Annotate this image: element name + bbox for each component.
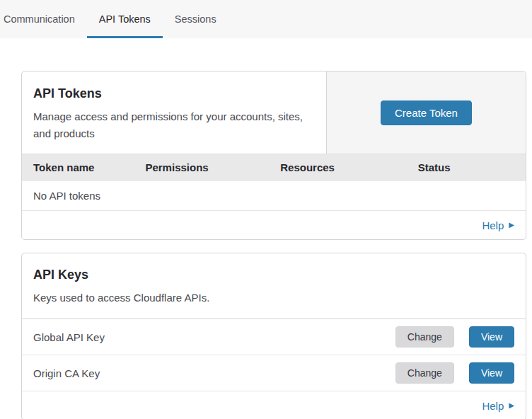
help-link-label: Help — [482, 400, 504, 412]
api-tokens-action-panel: Create Token — [326, 71, 526, 154]
api-keys-card-header: API Keys Keys used to access Cloudflare … — [22, 253, 526, 319]
column-header-permissions: Permissions — [145, 154, 280, 181]
tokens-table-header-row: Token name Permissions Resources Status — [22, 154, 526, 181]
create-token-button[interactable]: Create Token — [381, 101, 472, 125]
column-header-token-name: Token name — [22, 154, 145, 181]
change-origin-ca-key-button[interactable]: Change — [395, 362, 454, 384]
change-global-api-key-button[interactable]: Change — [395, 326, 454, 348]
api-key-row-origin-ca: Origin CA Key Change View — [22, 355, 526, 391]
api-tokens-help-link[interactable]: Help ▶ — [482, 219, 514, 231]
api-tokens-card-header: API Tokens Manage access and permissions… — [22, 71, 526, 154]
help-link-label: Help — [482, 219, 504, 231]
tokens-empty-row: No API tokens — [22, 181, 526, 211]
api-key-actions: Change View — [395, 362, 514, 384]
column-header-status: Status — [418, 154, 526, 181]
api-key-name: Origin CA Key — [33, 367, 100, 379]
view-global-api-key-button[interactable]: View — [469, 326, 514, 348]
api-keys-title: API Keys — [33, 268, 514, 282]
column-header-resources: Resources — [280, 154, 417, 181]
tab-api-tokens[interactable]: API Tokens — [87, 0, 163, 38]
tokens-empty-message: No API tokens — [22, 181, 526, 211]
api-key-name: Global API Key — [33, 331, 105, 343]
tokens-table: Token name Permissions Resources Status … — [22, 154, 526, 211]
api-key-actions: Change View — [395, 326, 514, 348]
api-tokens-card-footer: Help ▶ — [22, 211, 526, 239]
api-keys-card-footer: Help ▶ — [22, 391, 526, 419]
api-key-row-global: Global API Key Change View — [22, 319, 526, 355]
api-keys-card: API Keys Keys used to access Cloudflare … — [21, 253, 526, 419]
settings-tabbar: Communication API Tokens Sessions — [0, 0, 532, 38]
help-arrow-icon: ▶ — [509, 222, 514, 229]
api-tokens-title: API Tokens — [33, 86, 315, 101]
help-arrow-icon: ▶ — [509, 402, 514, 409]
api-tokens-card-intro: API Tokens Manage access and permissions… — [22, 71, 326, 154]
api-tokens-description: Manage access and permissions for your a… — [33, 108, 315, 142]
view-origin-ca-key-button[interactable]: View — [469, 362, 514, 384]
api-keys-help-link[interactable]: Help ▶ — [482, 400, 514, 412]
tab-sessions[interactable]: Sessions — [163, 0, 229, 38]
api-keys-description: Keys used to access Cloudflare APIs. — [33, 289, 514, 306]
api-tokens-card: API Tokens Manage access and permissions… — [21, 71, 526, 240]
tab-communication[interactable]: Communication — [4, 0, 87, 38]
